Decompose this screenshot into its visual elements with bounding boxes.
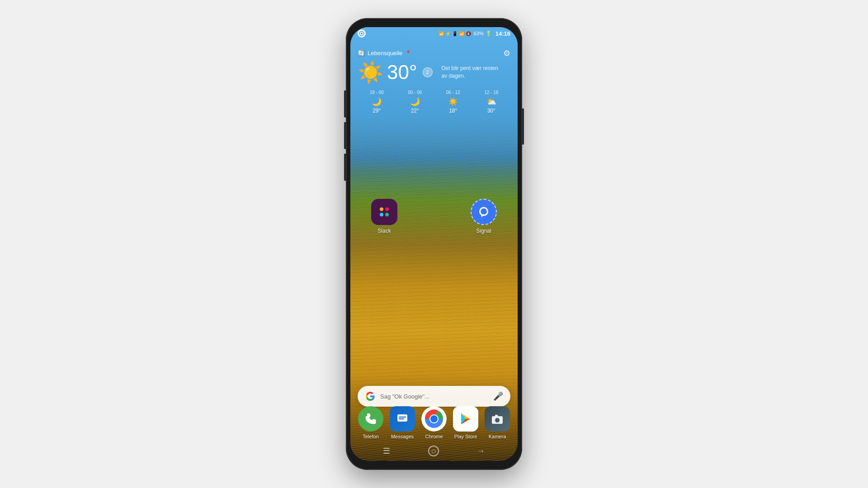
- settings-gear-icon[interactable]: ⚙: [503, 48, 510, 58]
- svg-rect-4: [380, 213, 383, 216]
- forecast-temp-2: 18°: [434, 108, 472, 114]
- bluetooth-icon: ⚡: [445, 31, 451, 36]
- weather-sun-icon: ☀️: [358, 62, 383, 83]
- status-icons: 📶 ⚡ 📳 📶 🔇: [439, 31, 471, 36]
- weather-widget: 🔄 Lebensquelle 📍 ⚙ ☀️ 30° 2 Det blir pen…: [358, 50, 510, 114]
- messages-icon: [390, 406, 415, 432]
- signal-icon: [471, 199, 497, 225]
- svg-rect-23: [500, 417, 501, 418]
- telefon-app[interactable]: Telefon: [358, 406, 383, 439]
- forecast-item-2: 06 - 12 ☀️ 18°: [434, 90, 472, 114]
- svg-rect-10: [397, 414, 407, 422]
- play-store-app[interactable]: Play Store: [453, 406, 478, 439]
- messages-label: Messages: [391, 434, 414, 439]
- battery-percent: 63%: [474, 31, 484, 36]
- google-logo: [365, 391, 376, 402]
- status-left: [358, 29, 366, 38]
- svg-point-15: [430, 415, 438, 422]
- weather-row: ☀️ 30° 2: [358, 62, 433, 83]
- chrome-label: Chrome: [425, 434, 443, 439]
- forecast-icon-0: 🌙: [358, 97, 396, 107]
- battery-icon: 🔋: [486, 31, 492, 37]
- kamera-app[interactable]: Kamera: [485, 406, 510, 439]
- play-store-icon: [453, 406, 478, 432]
- forecast-time-3: 12 - 18: [472, 90, 511, 95]
- location-pin-icon: 📍: [405, 50, 411, 56]
- status-right: 📶 ⚡ 📳 📶 🔇 63% 🔋 14:16: [439, 30, 510, 37]
- google-search-bar[interactable]: Sag "Ok Google"... 🎤: [358, 386, 510, 407]
- svg-rect-5: [385, 213, 389, 216]
- slack-app[interactable]: Slack: [371, 199, 397, 234]
- kamera-label: Kamera: [489, 434, 506, 439]
- weather-forecast: 18 - 00 🌙 29° 00 - 06 🌙 22° 06 - 12 ☀️ 1…: [358, 90, 510, 114]
- forecast-item-0: 18 - 00 🌙 29°: [358, 90, 396, 114]
- back-button-icon[interactable]: ←: [477, 446, 485, 456]
- forecast-item-3: 12 - 18 ⛅ 30°: [472, 90, 511, 114]
- recent-apps-icon[interactable]: ☰: [383, 446, 390, 456]
- homescreen-apps: Slack Signal: [358, 199, 510, 234]
- forecast-temp-3: 30°: [472, 108, 511, 114]
- samsung-icon: [358, 29, 366, 38]
- telefon-icon: [358, 406, 383, 432]
- status-bar: 📶 ⚡ 📳 📶 🔇 63% 🔋 14:16: [350, 27, 518, 40]
- phone-device: 📶 ⚡ 📳 📶 🔇 63% 🔋 14:16 🔄 Lebensquelle 📍 ⚙: [346, 18, 522, 470]
- current-temp: 30°: [387, 62, 417, 82]
- mic-icon[interactable]: 🎤: [493, 391, 503, 401]
- kamera-icon: [485, 406, 510, 432]
- wifi-icon: 📶: [459, 31, 464, 36]
- weather-title: 🔄 Lebensquelle 📍 ⚙: [358, 50, 510, 56]
- telefon-label: Telefon: [363, 434, 378, 439]
- phone-screen: 📶 ⚡ 📳 📶 🔇 63% 🔋 14:16 🔄 Lebensquelle 📍 ⚙: [350, 27, 518, 461]
- forecast-temp-0: 29°: [358, 108, 396, 114]
- svg-rect-22: [495, 415, 498, 417]
- weather-location: Lebensquelle: [368, 50, 402, 56]
- play-store-label: Play Store: [454, 434, 477, 439]
- search-placeholder: Sag "Ok Google"...: [380, 393, 489, 400]
- refresh-icon: 🔄: [358, 50, 365, 56]
- forecast-time-0: 18 - 00: [358, 90, 396, 95]
- forecast-time-2: 06 - 12: [434, 90, 472, 95]
- weather-main-display: ☀️ 30° 2 Det blir pent vær resten av dag…: [358, 62, 510, 83]
- chrome-app[interactable]: Chrome: [421, 406, 447, 439]
- chrome-icon: [421, 406, 447, 432]
- messages-app[interactable]: Messages: [390, 406, 415, 439]
- forecast-item-1: 00 - 06 🌙 22°: [396, 90, 434, 114]
- slack-label: Slack: [377, 228, 391, 234]
- svg-point-21: [497, 420, 498, 421]
- home-button-icon[interactable]: ○: [428, 446, 439, 456]
- svg-rect-2: [380, 207, 383, 211]
- slack-icon: [371, 199, 397, 225]
- nav-bar: ☰ ○ ←: [350, 441, 518, 461]
- svg-point-1: [361, 33, 363, 34]
- svg-rect-3: [385, 207, 389, 211]
- signal-label: Signal: [476, 228, 491, 234]
- signal-app[interactable]: Signal: [471, 199, 497, 234]
- forecast-icon-2: ☀️: [434, 97, 472, 107]
- svg-point-7: [481, 208, 487, 215]
- forecast-time-1: 00 - 06: [396, 90, 434, 95]
- vibrate-icon: 📳: [452, 31, 458, 36]
- silent-icon: 🔇: [466, 31, 471, 36]
- weather-badge: 2: [423, 67, 433, 77]
- forecast-temp-1: 22°: [396, 108, 434, 114]
- forecast-icon-3: ⛅: [472, 97, 511, 107]
- forecast-icon-1: 🌙: [396, 97, 434, 107]
- sim-icon: 📶: [439, 31, 444, 36]
- app-dock: Telefon Messages: [350, 406, 518, 439]
- time-display: 14:16: [495, 30, 510, 37]
- weather-description: Det blir pent vær resten av dagen.: [442, 65, 505, 80]
